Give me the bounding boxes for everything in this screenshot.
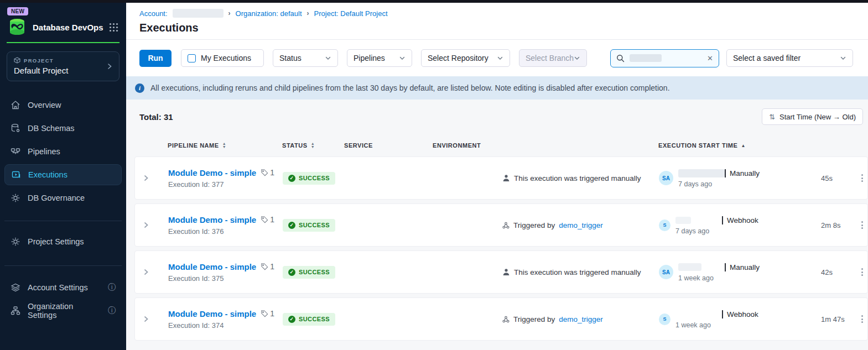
time-ago: 7 days ago <box>678 180 760 188</box>
app-title: Database DevOps <box>33 23 103 32</box>
page-header: Account: › Organization: default › Proje… <box>126 0 868 39</box>
execution-id: Execution Id: 376 <box>168 227 283 236</box>
sort-icon: ▲▼ <box>311 142 315 149</box>
execution-row[interactable]: Module Demo - simple 1 Execution Id: 374… <box>134 297 868 341</box>
my-executions-label: My Executions <box>201 54 251 62</box>
pipelines-dropdown-label: Pipelines <box>354 54 385 62</box>
breadcrumb-organization[interactable]: Organization: default <box>236 9 302 18</box>
trigger-via: Webhook <box>722 216 758 224</box>
info-circle-icon[interactable]: ⓘ <box>108 283 116 292</box>
column-status[interactable]: STATUS ▲▼ <box>282 142 344 149</box>
sidebar-item-project-settings[interactable]: Project Settings <box>4 231 122 252</box>
chevron-down-icon <box>399 55 406 61</box>
column-pipeline-name[interactable]: PIPELINE NAME ▲▼ <box>157 142 282 149</box>
pipeline-name-link[interactable]: Module Demo - simple <box>168 262 256 271</box>
chevron-down-icon <box>574 55 580 61</box>
brand-underline <box>7 42 119 43</box>
sidebar-item-db-schemas[interactable]: DB Schemas <box>4 118 122 139</box>
more-options-icon[interactable] <box>855 221 868 229</box>
project-selector[interactable]: PROJECT Default Project <box>7 51 119 81</box>
sidebar-item-label: DB Governance <box>28 194 85 202</box>
sidebar-item-label: DB Schemas <box>28 124 75 133</box>
close-icon[interactable]: ✕ <box>707 54 713 62</box>
sidebar-item-label: Account Settings <box>28 283 88 292</box>
avatar[interactable]: S <box>659 314 671 325</box>
expand-chevron-icon[interactable] <box>135 174 157 182</box>
trigger-via: Manually <box>725 263 760 271</box>
time-ago: 7 days ago <box>675 227 758 235</box>
webhook-icon <box>502 222 510 229</box>
execution-id: Execution Id: 377 <box>168 180 283 189</box>
repository-dropdown[interactable]: Select Repository <box>421 49 510 67</box>
sidebar-item-organization-settings[interactable]: Organization Settings ⓘ <box>4 300 122 321</box>
chevron-right-icon <box>106 62 113 70</box>
redacted-account-name <box>173 9 224 18</box>
sidebar-item-account-settings[interactable]: Account Settings ⓘ <box>4 277 122 298</box>
status-dropdown[interactable]: Status <box>273 49 338 67</box>
sidebar-nav-tertiary: Account Settings ⓘ Organization Settings… <box>0 277 126 323</box>
duration: 45s <box>817 174 855 182</box>
expand-chevron-icon[interactable] <box>135 315 157 323</box>
sidebar-item-label: Pipelines <box>28 147 60 156</box>
tag-icon <box>261 169 268 176</box>
trigger-link[interactable]: demo_trigger <box>559 221 603 229</box>
tag-count: 1 <box>261 262 274 271</box>
filter-toolbar: Run My Executions Status Pipelines Selec… <box>126 39 868 76</box>
info-banner-text: All executions, including reruns and chi… <box>150 83 670 92</box>
sidebar: NEW Database DevOps <box>0 0 126 350</box>
saved-filter-dropdown[interactable]: Select a saved filter <box>726 49 853 67</box>
branch-dropdown[interactable]: Select Branch <box>519 49 587 67</box>
pipeline-name-link[interactable]: Module Demo - simple <box>168 215 256 224</box>
avatar[interactable]: S <box>659 220 671 231</box>
person-icon <box>502 174 510 182</box>
expand-chevron-icon[interactable] <box>135 221 157 229</box>
sidebar-nav: Overview DB Schemas Pipelines Executions <box>0 95 126 211</box>
sidebar-item-pipelines[interactable]: Pipelines <box>4 141 122 162</box>
sidebar-item-executions[interactable]: Executions <box>4 164 122 185</box>
avatar[interactable]: SA <box>659 265 673 279</box>
more-options-icon[interactable] <box>855 174 868 182</box>
column-environment[interactable]: ENVIRONMENT <box>433 142 502 149</box>
execution-id: Execution Id: 374 <box>168 321 283 330</box>
avatar[interactable]: SA <box>659 171 673 185</box>
repository-dropdown-label: Select Repository <box>428 54 488 62</box>
my-executions-filter[interactable]: My Executions <box>181 49 264 67</box>
chevron-down-icon <box>325 55 331 61</box>
branch-dropdown-label: Select Branch <box>526 54 574 62</box>
pipeline-name-link[interactable]: Module Demo - simple <box>168 168 256 177</box>
info-banner: i All executions, including reruns and c… <box>126 76 868 100</box>
tag-icon <box>261 216 268 223</box>
execution-row[interactable]: Module Demo - simple 1 Execution Id: 376… <box>134 203 868 247</box>
duration: 2m 8s <box>817 221 855 229</box>
governance-gear-icon <box>11 193 20 203</box>
execution-row[interactable]: Module Demo - simple 1 Execution Id: 377… <box>134 156 868 200</box>
pipeline-name-link[interactable]: Module Demo - simple <box>168 309 256 318</box>
breadcrumb-project[interactable]: Project: Default Project <box>314 9 388 18</box>
status-badge: ✓ SUCCESS <box>283 219 335 232</box>
run-button[interactable]: Run <box>139 50 171 67</box>
search-input[interactable]: ✕ <box>610 49 719 67</box>
status-badge: ✓ SUCCESS <box>283 266 335 279</box>
trigger-via: Manually <box>725 169 760 177</box>
expand-chevron-icon[interactable] <box>135 268 157 276</box>
person-icon <box>502 268 510 276</box>
breadcrumb-account[interactable]: Account: <box>139 9 168 18</box>
sidebar-item-db-governance[interactable]: DB Governance <box>4 187 122 208</box>
org-hierarchy-gear-icon <box>11 306 20 316</box>
status-badge: ✓ SUCCESS <box>283 313 335 326</box>
execution-row[interactable]: Module Demo - simple 1 Execution Id: 375… <box>134 250 868 294</box>
sort-button[interactable]: ⇅ Start Time (New → Old) <box>762 108 863 125</box>
my-executions-checkbox[interactable] <box>188 54 196 62</box>
column-service[interactable]: SERVICE <box>344 142 433 149</box>
tag-count: 1 <box>261 168 274 177</box>
app-grid-icon[interactable] <box>109 23 118 32</box>
project-kicker: PROJECT <box>24 58 54 64</box>
info-circle-icon[interactable]: ⓘ <box>108 306 116 316</box>
trigger-link[interactable]: demo_trigger <box>559 315 603 323</box>
pipelines-dropdown[interactable]: Pipelines <box>347 49 412 67</box>
sidebar-item-overview[interactable]: Overview <box>4 95 122 116</box>
more-options-icon[interactable] <box>855 315 868 323</box>
more-options-icon[interactable] <box>855 268 868 276</box>
column-execution-start-time[interactable]: EXECUTION START TIME ▲ <box>658 142 816 149</box>
search-icon <box>616 54 625 62</box>
